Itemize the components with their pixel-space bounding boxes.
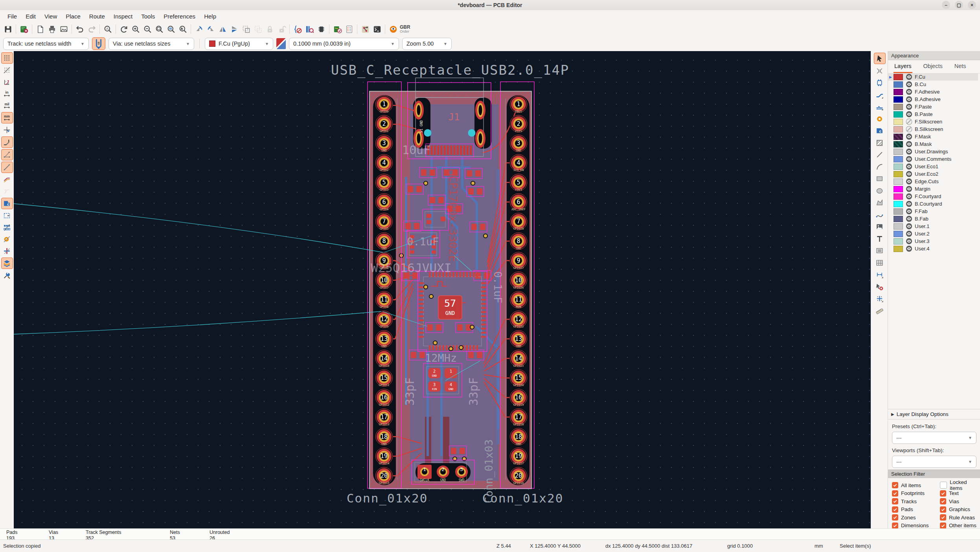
visibility-on-icon[interactable] bbox=[906, 148, 912, 155]
zoom-out-button[interactable] bbox=[142, 23, 153, 35]
zoom-selection-button[interactable] bbox=[177, 23, 189, 35]
checkbox-checked-icon[interactable] bbox=[892, 490, 898, 497]
visibility-on-icon[interactable] bbox=[906, 178, 912, 185]
add-zone-button[interactable] bbox=[874, 125, 885, 136]
tab-layers[interactable]: Layers bbox=[894, 60, 912, 73]
track-45-limit-button[interactable] bbox=[1, 136, 13, 148]
checkbox-checked-icon[interactable] bbox=[940, 523, 946, 529]
checkbox-checked-icon[interactable] bbox=[892, 506, 898, 513]
layer-row-user.1[interactable]: User.1 bbox=[888, 223, 978, 230]
filter-all-items[interactable]: All items bbox=[892, 481, 938, 489]
layer-row-b.silkscreen[interactable]: B.Silkscreen bbox=[888, 125, 978, 133]
grid-origin-button[interactable] bbox=[874, 293, 885, 304]
checkbox-checked-icon[interactable] bbox=[940, 506, 946, 513]
viewports-select[interactable]: ---▼ bbox=[892, 456, 976, 468]
menu-inspect[interactable]: Inspect bbox=[109, 11, 137, 21]
pcb-canvas[interactable]: S1 GNDJ157GND2GND13XIN4GND1SWCLK2GND3SWD… bbox=[14, 51, 871, 528]
via-size-select[interactable]: Via: use netclass sizes▼ bbox=[108, 38, 194, 50]
net-names-button[interactable] bbox=[2, 186, 13, 197]
layer-row-b.cu[interactable]: B.Cu bbox=[888, 81, 978, 88]
rotate-ccw-button[interactable] bbox=[193, 23, 205, 35]
flip-vertical-button[interactable] bbox=[228, 23, 240, 35]
draw-line-button[interactable] bbox=[874, 149, 885, 160]
visibility-on-icon[interactable] bbox=[906, 215, 912, 222]
left-conn-label[interactable]: Conn_01x20 bbox=[347, 491, 428, 506]
highlight-net-button[interactable] bbox=[874, 66, 885, 76]
print-button[interactable] bbox=[46, 23, 58, 35]
add-via-button[interactable] bbox=[874, 114, 885, 124]
grid-select[interactable]: 0.1000 mm (0.0039 in)▼ bbox=[289, 38, 399, 50]
add-footprint-button[interactable] bbox=[874, 77, 885, 88]
layer-row-b.paste[interactable]: B.Paste bbox=[888, 110, 978, 118]
add-text-button[interactable] bbox=[874, 234, 885, 244]
visibility-on-icon[interactable] bbox=[906, 223, 912, 230]
visibility-on-icon[interactable] bbox=[906, 245, 912, 252]
layer-row-margin[interactable]: Margin bbox=[888, 185, 978, 193]
polar-coords-button[interactable]: rθ bbox=[2, 77, 13, 87]
checkbox-unchecked-icon[interactable] bbox=[940, 482, 947, 489]
layer-row-user.drawings[interactable]: User.Drawings bbox=[888, 148, 978, 155]
grid-hidden-button[interactable] bbox=[2, 65, 13, 75]
tab-nets[interactable]: Nets bbox=[954, 60, 967, 73]
layer-display-options[interactable]: ▶ Layer Display Options bbox=[888, 409, 980, 420]
visibility-off-icon[interactable] bbox=[906, 126, 912, 132]
close-button[interactable]: × bbox=[968, 1, 976, 9]
visibility-on-icon[interactable] bbox=[906, 208, 912, 215]
minimize-button[interactable]: – bbox=[942, 1, 950, 9]
visibility-on-icon[interactable] bbox=[906, 96, 912, 103]
zone-fill-off-button[interactable] bbox=[2, 222, 13, 233]
appearance-manager-button[interactable] bbox=[1, 258, 13, 269]
plugin-terminal-button[interactable] bbox=[371, 23, 383, 35]
layer-row-b.mask[interactable]: B.Mask bbox=[888, 140, 978, 148]
filter-locked-items[interactable]: Locked items bbox=[940, 481, 979, 489]
draw-circle-button[interactable] bbox=[874, 186, 885, 196]
layer-row-b.adhesive[interactable]: B.Adhesive bbox=[888, 96, 978, 103]
layer-row-f.courtyard[interactable]: F.Courtyard bbox=[888, 193, 978, 200]
add-textbox-button[interactable] bbox=[874, 245, 885, 256]
menu-tools[interactable]: Tools bbox=[137, 11, 159, 21]
filter-tracks[interactable]: Tracks bbox=[892, 497, 938, 506]
drc-checker-button[interactable] bbox=[331, 23, 343, 35]
sketch-vias-button[interactable] bbox=[2, 246, 13, 256]
layer-row-f.silkscreen[interactable]: F.Silkscreen bbox=[888, 118, 978, 125]
design-inspector-button[interactable] bbox=[343, 23, 355, 35]
sketch-pads-button[interactable] bbox=[2, 234, 13, 245]
checkbox-checked-icon[interactable] bbox=[892, 482, 898, 488]
filter-rule-areas[interactable]: Rule Areas bbox=[940, 513, 979, 522]
presets-select[interactable]: ---▼ bbox=[892, 432, 976, 444]
properties-panel-button[interactable] bbox=[2, 270, 13, 281]
layer-row-b.courtyard[interactable]: B.Courtyard bbox=[888, 200, 978, 208]
maximize-button[interactable]: ▢ bbox=[955, 1, 963, 9]
filter-pads[interactable]: Pads bbox=[892, 506, 938, 514]
rotate-cw-button[interactable] bbox=[205, 23, 217, 35]
sketch-tracks-button[interactable] bbox=[2, 174, 13, 185]
flip-horizontal-button[interactable] bbox=[217, 23, 228, 35]
filter-footprints[interactable]: Footprints bbox=[892, 489, 938, 498]
delete-items-button[interactable] bbox=[874, 282, 885, 292]
lock-button[interactable] bbox=[264, 23, 276, 35]
footprint-viewer-button[interactable] bbox=[315, 23, 327, 35]
menu-help[interactable]: Help bbox=[200, 11, 221, 21]
usb-footprint-label[interactable]: USB_C_Receptacle_USB2.0_14P bbox=[331, 62, 570, 78]
menu-edit[interactable]: Edit bbox=[21, 11, 40, 21]
visibility-on-icon[interactable] bbox=[906, 230, 912, 237]
menu-place[interactable]: Place bbox=[61, 11, 85, 21]
checkbox-checked-icon[interactable] bbox=[892, 514, 898, 521]
visibility-on-icon[interactable] bbox=[906, 156, 912, 162]
measure-button[interactable] bbox=[874, 305, 885, 316]
checkbox-checked-icon[interactable] bbox=[892, 523, 898, 529]
filter-vias[interactable]: Vias bbox=[940, 497, 979, 506]
zoom-in-button[interactable] bbox=[130, 23, 142, 35]
visibility-on-icon[interactable] bbox=[906, 171, 912, 177]
find-button[interactable]: A bbox=[102, 23, 114, 35]
full-crosshair-button[interactable] bbox=[2, 125, 13, 135]
zone-filled-button[interactable] bbox=[1, 198, 13, 209]
visibility-on-icon[interactable] bbox=[906, 238, 912, 245]
layer-row-b.fab[interactable]: B.Fab bbox=[888, 215, 978, 223]
visibility-on-icon[interactable] bbox=[906, 103, 912, 110]
checkbox-checked-icon[interactable] bbox=[940, 490, 946, 497]
route-diff-pairs-button[interactable] bbox=[874, 101, 885, 112]
layer-row-f.adhesive[interactable]: F.Adhesive bbox=[888, 88, 978, 96]
zoom-fit-button[interactable] bbox=[153, 23, 165, 35]
debug-conn-label[interactable]: Conn_01x03 bbox=[483, 439, 495, 503]
